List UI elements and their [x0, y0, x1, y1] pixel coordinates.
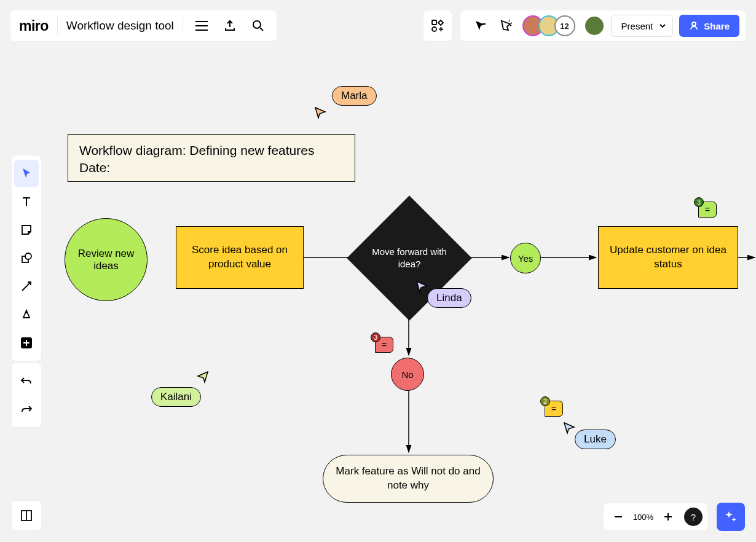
connector-tool[interactable]: [14, 273, 39, 300]
comment-bubble-green[interactable]: 3 =: [698, 202, 717, 218]
cursor-arrow-icon: [415, 280, 428, 293]
cursor-arrow-icon: [562, 421, 576, 434]
cursor-tool-icon[interactable]: [471, 16, 490, 36]
left-toolbar: [11, 155, 42, 361]
person-add-icon: [689, 21, 699, 31]
frames-panel-button[interactable]: [11, 500, 42, 531]
cursor-kailani: Kailani: [151, 379, 201, 407]
diagram-title-line2: Date:: [79, 159, 344, 176]
select-tool[interactable]: [14, 160, 39, 187]
comment-bubble-red[interactable]: 3 =: [375, 337, 393, 353]
cursor-arrow-icon: [196, 370, 210, 383]
undo-redo-toolbar: [11, 363, 42, 428]
node-mark-will-not-do[interactable]: Mark feature as Will not do and note why: [323, 455, 494, 503]
comment-bubble-yellow[interactable]: 2 =: [545, 401, 563, 417]
topbar-right: 12 Present Share: [460, 10, 746, 42]
redo-button[interactable]: [14, 396, 39, 423]
node-review-ideas[interactable]: Review new ideas: [65, 218, 148, 301]
node-update-customer[interactable]: Update customer on idea status: [598, 226, 738, 289]
zoom-in-button[interactable]: [658, 507, 678, 527]
present-button[interactable]: Present: [611, 15, 674, 37]
chevron-down-icon: [659, 22, 666, 29]
share-button[interactable]: Share: [679, 15, 739, 37]
reactions-icon[interactable]: [497, 16, 516, 36]
shape-tool[interactable]: [14, 245, 39, 272]
svg-point-8: [432, 27, 436, 31]
cursor-marla: Marla: [318, 86, 377, 106]
divider: [57, 17, 58, 34]
svg-rect-7: [432, 20, 436, 25]
miro-logo[interactable]: miro: [19, 18, 49, 34]
sticky-note-tool[interactable]: [14, 216, 39, 243]
topbar-left: miro Workflow design tool: [10, 10, 277, 42]
more-tools[interactable]: [14, 329, 39, 356]
cursor-arrow-icon: [313, 106, 327, 119]
zoom-percent[interactable]: 100%: [631, 513, 656, 522]
canvas[interactable]: Workflow diagram: Defining new features …: [0, 0, 756, 542]
board-title[interactable]: Workflow design tool: [66, 19, 174, 33]
svg-point-6: [253, 21, 261, 28]
cursor-linda: Linda: [415, 280, 471, 308]
diagram-title-line1: Workflow diagram: Defining new features: [79, 142, 344, 159]
apps-button[interactable]: [423, 10, 452, 42]
diagram-title-box[interactable]: Workflow diagram: Defining new features …: [68, 134, 355, 182]
ai-assist-button[interactable]: [717, 503, 745, 531]
frames-icon: [20, 509, 33, 522]
export-icon[interactable]: [220, 16, 240, 36]
undo-button[interactable]: [14, 367, 39, 395]
pen-tool[interactable]: [14, 301, 39, 328]
node-no[interactable]: No: [391, 358, 424, 391]
apps-icon: [431, 19, 444, 33]
avatar-overflow-count[interactable]: 12: [554, 15, 575, 36]
collaborator-avatars[interactable]: 12: [522, 15, 575, 36]
help-button[interactable]: ?: [684, 508, 703, 526]
text-tool[interactable]: [14, 188, 39, 215]
cursor-luke: Luke: [562, 421, 616, 449]
zoom-out-button[interactable]: [608, 507, 628, 527]
divider: [183, 17, 183, 34]
menu-icon[interactable]: [192, 16, 211, 36]
current-user-avatar[interactable]: [584, 15, 605, 36]
sparkle-icon: [723, 509, 738, 524]
node-score-idea[interactable]: Score idea based on product value: [176, 226, 304, 289]
svg-point-11: [25, 253, 31, 259]
node-yes[interactable]: Yes: [510, 243, 541, 273]
svg-point-9: [692, 22, 696, 26]
zoom-controls: 100% ?: [603, 503, 708, 531]
search-icon[interactable]: [248, 16, 268, 36]
